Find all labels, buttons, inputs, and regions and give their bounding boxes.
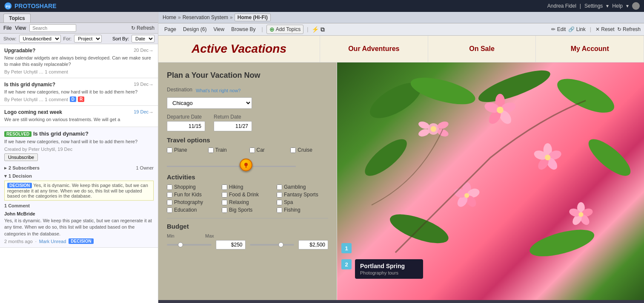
toolbar-sep2: | (307, 26, 308, 32)
whats-hot-link[interactable]: What's hot right now? (196, 88, 240, 93)
refresh-icon: ↻ (131, 25, 135, 31)
for-select[interactable]: Project (74, 35, 102, 42)
annotation-2[interactable]: 2 Portland Spring Photography tours (341, 259, 423, 279)
for-label: For: (63, 36, 72, 41)
left-panel: Topics File View ↻ Refresh Show: Unsubsc… (0, 12, 158, 303)
nav-item-account[interactable]: My Account (536, 36, 644, 62)
search-input[interactable] (29, 24, 76, 32)
annotation-card-title: Portland Spring (360, 263, 418, 269)
toolbar-sep3: | (590, 26, 591, 32)
train-checkbox[interactable] (208, 147, 214, 153)
breadcrumb-reservation[interactable]: Reservation System (183, 14, 228, 20)
travel-slider-area (167, 156, 328, 169)
sort-label: Sort By: (112, 36, 129, 41)
checkbox-bigsports[interactable]: Big Sports (222, 207, 273, 213)
topic-body: New calendar widgets are always being de… (4, 55, 154, 68)
add-icon: ⊕ (269, 26, 275, 33)
settings-link[interactable]: Settings (584, 3, 603, 9)
page-btn[interactable]: Page (162, 25, 179, 33)
checkbox-gambling[interactable]: Gambling (277, 184, 328, 190)
budget-max-input[interactable] (298, 240, 328, 249)
budget-min-slider[interactable] (167, 244, 212, 246)
subscribers-header[interactable]: ▸ 2 Subscribers 1 Owner (4, 165, 154, 171)
checkbox-funforkids[interactable]: Fun for Kids (167, 192, 218, 198)
checkbox-photography[interactable]: Photography (167, 199, 218, 205)
checkbox-fantasysports[interactable]: Fantasy Sports (277, 192, 328, 198)
svg-point-7 (552, 72, 618, 119)
checkbox-education[interactable]: Education (167, 207, 218, 213)
checkbox-plane[interactable]: Plane (167, 147, 205, 153)
destination-select[interactable]: Chicago (167, 97, 252, 109)
help-link[interactable]: Help (612, 3, 623, 9)
topics-tab[interactable]: Topics (3, 14, 31, 23)
refresh-button[interactable]: ↻ Refresh (131, 25, 155, 31)
checkbox-fishing[interactable]: Fishing (277, 207, 328, 213)
travel-slider-track (167, 166, 296, 167)
copy-icon[interactable]: ⧉ (321, 26, 325, 33)
right-toolbar-right: ✏ Edit 🔗 Link | ✕ Reset ↻ Refresh (551, 26, 641, 32)
add-topics-button[interactable]: ⊕ Add Topics (266, 25, 303, 34)
mark-unread-link[interactable]: Mark Unread (39, 239, 66, 244)
topics-list: Upgradable? 20 Dec → New calendar widget… (0, 44, 158, 303)
checkbox-train[interactable]: Train (208, 147, 246, 153)
topic-item[interactable]: Upgradable? 20 Dec → New calendar widget… (0, 44, 158, 78)
nav-items: Our Adventures On Sale My Account (320, 36, 644, 62)
nav-item-sale[interactable]: On Sale (428, 36, 536, 62)
annotation-1[interactable]: 1 (341, 243, 352, 253)
cruise-checkbox[interactable] (290, 147, 296, 153)
topic-item[interactable]: Logo coming next week 19 Dec → We are st… (0, 106, 158, 127)
budget-min-input[interactable] (216, 240, 246, 249)
annotation-card-sub: Photography tours (360, 270, 418, 275)
preview-content: Plan a Your Vacation Now Destination Wha… (158, 62, 644, 300)
checkbox-cruise[interactable]: Cruise (290, 147, 328, 153)
travel-options: Plane Train Car Cruise (167, 147, 328, 153)
topics-tab-bar: Topics (0, 12, 158, 23)
expanded-topic-meta: Created by Peter Uchytil, 19 Dec (4, 147, 154, 152)
checkbox-relaxing[interactable]: Relaxing (222, 199, 273, 205)
topic-date: 20 Dec (134, 48, 149, 53)
view-menu[interactable]: View (15, 25, 26, 31)
car-checkbox[interactable] (249, 147, 255, 153)
user-avatar-icon (632, 2, 640, 10)
refresh-preview-btn[interactable]: ↻ Refresh (617, 26, 641, 32)
reset-btn[interactable]: ✕ Reset (595, 26, 615, 32)
edit-btn[interactable]: ✏ Edit (551, 26, 566, 32)
preview-area: Active Vacations Our Adventures On Sale … (158, 36, 644, 303)
svg-point-9 (584, 133, 636, 181)
add-topics-label: Add Topics (276, 26, 301, 32)
return-label: Return Date (214, 114, 252, 120)
pin-icon (240, 159, 252, 171)
checkbox-fooddrink[interactable]: Food & Drink (222, 192, 273, 198)
file-menu[interactable]: File (3, 25, 11, 31)
topic-body: We are still working on various treatmen… (4, 116, 154, 123)
link-btn[interactable]: 🔗 Link (568, 26, 585, 32)
topic-item[interactable]: Is this grid dynamic? 19 Dec → If we hav… (0, 78, 158, 106)
sort-select[interactable]: Date (132, 35, 155, 42)
unsubscribe-button[interactable]: Unsubscribe (4, 153, 38, 161)
budget-max-thumb[interactable] (278, 242, 283, 247)
checkbox-spa[interactable]: Spa (277, 199, 328, 205)
design-btn[interactable]: Design (6) (180, 25, 209, 33)
browse-by-btn[interactable]: Browse By (229, 25, 258, 33)
lightning-icon[interactable]: ⚡ (312, 26, 319, 33)
budget-max-slider[interactable] (250, 244, 295, 246)
return-input[interactable] (214, 121, 252, 131)
checkbox-shopping[interactable]: Shopping (167, 184, 218, 190)
nav-item-adventures[interactable]: Our Adventures (320, 36, 428, 62)
checkbox-hiking[interactable]: Hiking (222, 184, 273, 190)
checkbox-car[interactable]: Car (249, 147, 287, 153)
departure-input[interactable] (167, 121, 205, 131)
topic-date: 19 Dec (134, 82, 149, 87)
comment-section: John McBride Yes, it is dynamic. We keep… (4, 211, 154, 244)
plane-checkbox[interactable] (167, 147, 172, 153)
breadcrumb-current[interactable]: Home (Hi-Fi) (235, 14, 271, 21)
budget-min-thumb[interactable] (178, 242, 183, 247)
breadcrumb-home[interactable]: Home (163, 14, 176, 20)
date-inputs: Departure Date Return Date (167, 114, 328, 131)
badge-D: D (70, 96, 76, 102)
show-select[interactable]: Unsubscribed (19, 35, 61, 42)
expanded-topic-body: If we have new categories, now hard will… (4, 139, 154, 145)
decisions-header[interactable]: ▾ 1 Decision (4, 173, 154, 179)
view-btn[interactable]: View (211, 25, 227, 33)
travel-section-title: Travel options (167, 136, 328, 144)
